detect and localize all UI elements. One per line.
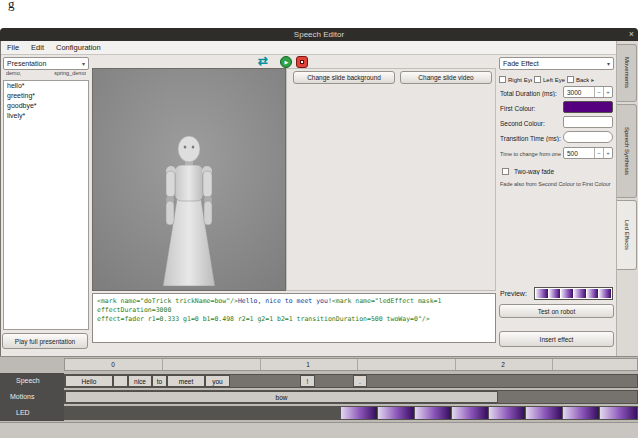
tab-speech-synthesis[interactable]: Speech Synthesis xyxy=(617,104,637,198)
speech-cell[interactable]: nice xyxy=(128,375,152,387)
tree-header: demo, spring_demo xyxy=(6,70,86,76)
motion-cell-bow[interactable]: bow xyxy=(65,391,498,403)
spinner-decrement-icon[interactable]: − xyxy=(594,87,603,97)
led-mask-checkbox-row: Right Eye Left Eye Back ▸ xyxy=(499,74,614,85)
ruler-tick xyxy=(455,359,456,370)
right-eye-checkbox[interactable] xyxy=(499,76,506,83)
scroll-right-icon[interactable]: ▸ xyxy=(591,76,594,83)
led-gradient-segment xyxy=(452,407,488,419)
spinner-increment-icon[interactable]: + xyxy=(603,148,612,158)
play-full-presentation-button[interactable]: Play full presentation xyxy=(2,333,88,349)
timeline-ruler[interactable]: 0 1 2 xyxy=(64,358,638,371)
first-colour-swatch[interactable] xyxy=(563,101,613,113)
speech-cell[interactable]: to xyxy=(152,375,167,387)
second-colour-swatch[interactable] xyxy=(563,116,613,128)
ruler-label-0: 0 xyxy=(105,359,121,370)
title-bar[interactable]: Speech Editor xyxy=(0,28,638,41)
preview-gradient-segment xyxy=(549,289,561,298)
transition-time-field[interactable] xyxy=(563,131,613,143)
tab-led-effects[interactable]: Led Effects xyxy=(617,200,637,270)
led-gradient-segment xyxy=(378,407,414,419)
first-colour-label: First Colour: xyxy=(500,105,562,112)
markup-line-2: effect=fader r1=0.333 g1=0 b1=0.498 r2=1… xyxy=(97,315,491,324)
chevron-down-icon: ▾ xyxy=(607,60,610,67)
tree-header-name: demo, xyxy=(6,70,21,76)
led-gradient-segment xyxy=(563,407,599,419)
list-item-greeting[interactable]: greeting* xyxy=(4,91,88,101)
robot-avatar xyxy=(93,69,285,290)
led-row-label: LED xyxy=(16,409,30,416)
back-leds-label: Back xyxy=(576,77,589,83)
left-eye-label: Left Eye xyxy=(543,77,565,83)
spinner-increment-icon[interactable]: + xyxy=(603,87,612,97)
list-item-hello[interactable]: hello* xyxy=(4,81,88,91)
sync-icon[interactable]: ⇄ xyxy=(258,54,274,68)
back-leds-checkbox[interactable] xyxy=(567,76,574,83)
led-gradient-segment xyxy=(526,407,562,419)
led-gradient-segment xyxy=(600,407,637,419)
list-item-goodbye[interactable]: goodbye* xyxy=(4,101,88,111)
ruler-tick xyxy=(162,359,163,370)
tree-header-group: spring_demo xyxy=(54,70,86,76)
two-way-fade-checkbox[interactable] xyxy=(502,168,509,175)
speech-cell[interactable]: meet xyxy=(167,375,205,387)
timeline-empty-strip xyxy=(0,422,638,438)
change-time-spinner[interactable]: 500 − + xyxy=(563,147,613,159)
preview-gradient-segment xyxy=(574,289,586,298)
motions-row-label: Motions xyxy=(10,393,35,400)
menu-bar: File Edit Configuration xyxy=(1,41,637,55)
ruler-label-1: 1 xyxy=(300,359,316,370)
stop-button[interactable] xyxy=(296,56,308,68)
preview-label: Preview: xyxy=(500,290,534,297)
markup-line-1: <mark name="doTrick trickName=bow"/>Hell… xyxy=(97,297,491,315)
transition-time-label: Transition Time (ms): xyxy=(500,135,562,142)
spinner-decrement-icon[interactable]: − xyxy=(594,148,603,158)
speech-cell[interactable]: you xyxy=(205,375,230,387)
mark-tag-dotrick: <mark name="doTrick trickName=bow"/> xyxy=(97,297,238,305)
mark-tag-ledeffect-params: effect=fader r1=0.333 g1=0 b1=0.498 r2=1… xyxy=(97,315,430,323)
led-track[interactable] xyxy=(64,406,638,420)
change-time-label: Time to change from one colour xyxy=(500,151,561,157)
stop-icon xyxy=(300,60,304,64)
speech-cell[interactable]: ! xyxy=(300,375,315,387)
window-title: Speech Editor xyxy=(294,30,344,39)
effect-type-value: Fade Effect xyxy=(503,60,539,67)
change-time-value: 500 xyxy=(564,150,594,157)
motions-track[interactable]: bow xyxy=(64,390,638,404)
ruler-tick xyxy=(357,359,358,370)
presentation-dropdown[interactable]: Presentation ▾ xyxy=(3,57,89,70)
preview-gradient-segment xyxy=(561,289,573,298)
change-slide-background-button[interactable]: Change slide background xyxy=(293,71,395,84)
speech-track[interactable]: Hello nice to meet you ! . xyxy=(64,374,638,388)
play-button[interactable]: ▶ xyxy=(280,56,292,68)
speech-cell[interactable]: Hello xyxy=(65,375,113,387)
effect-type-dropdown[interactable]: Fade Effect ▾ xyxy=(499,57,614,70)
menu-configuration[interactable]: Configuration xyxy=(56,43,101,52)
two-way-fade-label: Two-way fade xyxy=(514,168,609,175)
presentation-list: hello* greeting* goodbye* lively* xyxy=(3,80,89,330)
left-eye-checkbox[interactable] xyxy=(534,76,541,83)
close-icon[interactable]: × xyxy=(629,28,634,41)
total-duration-spinner[interactable]: 3000 − + xyxy=(563,86,613,98)
menu-file[interactable]: File xyxy=(7,43,19,52)
robot-viewport[interactable] xyxy=(92,68,286,291)
two-way-fade-caption: Fade also from Second Colour to First Co… xyxy=(500,181,613,187)
insert-effect-button[interactable]: Insert effect xyxy=(499,331,614,347)
led-gradient-segment xyxy=(489,407,525,419)
ruler-tick xyxy=(552,359,553,370)
tab-movements[interactable]: Movements xyxy=(617,44,637,102)
speech-row-label: Speech xyxy=(16,377,40,384)
change-slide-video-button[interactable]: Change slide video xyxy=(400,71,492,84)
second-colour-label: Second Colour: xyxy=(500,120,562,127)
total-duration-label: Total Duration (ms): xyxy=(500,90,562,97)
ruler-label-2: 2 xyxy=(495,359,511,370)
preview-gradient-segment xyxy=(587,289,599,298)
speech-markup-editor[interactable]: <mark name="doTrick trickName=bow"/>Hell… xyxy=(92,293,496,343)
speech-cell[interactable]: . xyxy=(353,375,367,387)
list-item-lively[interactable]: lively* xyxy=(4,111,88,121)
test-on-robot-button[interactable]: Test on robot xyxy=(499,304,614,318)
right-eye-label: Right Eye xyxy=(508,77,532,83)
menu-edit[interactable]: Edit xyxy=(31,43,44,52)
speech-cell-empty[interactable] xyxy=(113,375,128,387)
effect-preview-bar xyxy=(534,287,613,300)
